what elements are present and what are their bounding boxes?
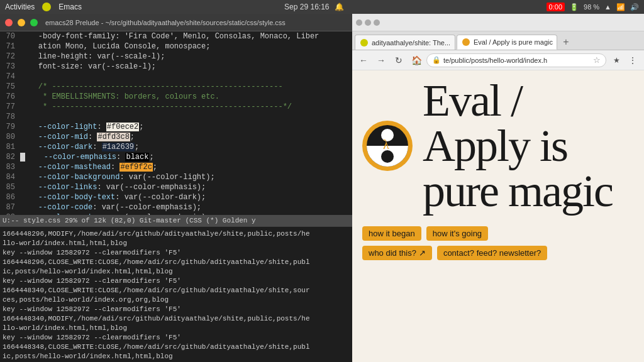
browser-chrome [352, 14, 644, 31]
who-did-this-link[interactable]: who did this? ↗ [362, 246, 432, 260]
code-line: 86 --color-body-text: var(--color-dark); [0, 192, 352, 202]
log-line: 1664448340,CLOSE_WRITE:CLOSE,/home/adi/s… [3, 286, 350, 295]
battery-icon: 🔋 [570, 3, 579, 11]
log-line: ces,posts/hello-world/index.org,org,blog [3, 295, 350, 305]
new-tab-button[interactable]: + [558, 35, 574, 50]
browser-close-button[interactable] [356, 19, 362, 26]
code-line: 79 --color-light: #f0ece2; [0, 122, 352, 132]
browser-content: λ Eval / Apply is pure magic how it bega… [352, 70, 644, 362]
notification-icon[interactable]: 🔔 [335, 3, 344, 11]
forward-button[interactable]: → [374, 53, 389, 68]
nav-extras: ★ ⋮ [609, 53, 640, 68]
log-line: 1664448296,MODIFY,/home/adi/src/github/a… [3, 229, 350, 239]
site-links: how it began how it's going who did this… [352, 221, 644, 265]
minimize-button[interactable] [18, 19, 25, 26]
top-bar-center: Sep 29 16:16 🔔 [284, 3, 343, 11]
browser-maximize-button[interactable] [374, 19, 380, 26]
log-line: key --window 12582972 --clearmodifiers '… [3, 305, 350, 314]
external-link-icon: ↗ [419, 248, 426, 258]
svg-point-2 [381, 150, 394, 163]
code-line: 82 --color-emphasis: black; [0, 152, 352, 162]
code-line: 72 line-height: var(--scale-l); [0, 52, 352, 62]
tab-bar: adityaathalye/shite: The... ✕ Eval / App… [352, 31, 644, 50]
code-line: 87 --color-code: var(--color-emphasis); [0, 202, 352, 212]
top-bar-left: Activities Emacs [5, 3, 82, 11]
top-bar: Activities Emacs Sep 29 16:16 🔔 0:00 🔋 9… [0, 0, 644, 14]
close-button[interactable] [5, 19, 13, 26]
emacs-icon [42, 3, 51, 11]
contact-link[interactable]: contact? feed? newsletter? [437, 246, 547, 260]
address-bar[interactable]: 🔒 te/public/posts/hello-world/index.h ☆ [426, 53, 606, 67]
log-line: 1664448340,MODIFY,/home/adi/src/github/a… [3, 314, 350, 324]
top-bar-right: 0:00 🔋 98 % ▲ 📶 🔊 [547, 3, 639, 11]
code-editor[interactable]: 70 -body-font-family: 'Fira Code', Menlo… [0, 31, 352, 215]
log-line: key --window 12582972 --clearmodifiers '… [3, 333, 350, 343]
site-title: Eval / Apply is pure magic [423, 78, 634, 214]
code-line: 74 [0, 72, 352, 82]
cursor [20, 153, 25, 162]
log-line: ic,posts/hello-world/index.html,html,blo… [3, 352, 350, 361]
code-line: 84 --color-background: var(--color-light… [0, 172, 352, 182]
code-line: 81 --color-dark: #1a2639; [0, 142, 352, 152]
code-line: 70 -body-font-family: 'Fira Code', Menlo… [0, 31, 352, 41]
log-line: ic,posts/hello-world/index.html,html,blo… [3, 267, 350, 277]
code-line: 75 /* ----------------------------------… [0, 82, 352, 92]
refresh-button[interactable]: ↻ [391, 53, 406, 68]
status-text: U:-- style.css 29% of 12k (82,0) Git-mas… [3, 217, 256, 224]
code-line: 77 * -----------------------------------… [0, 102, 352, 112]
code-line: 78 [0, 112, 352, 122]
tab-1[interactable]: adityaathalye/shite: The... ✕ [355, 35, 455, 50]
how-its-going-link[interactable]: how it's going [426, 226, 488, 241]
network-icon: ▲ [604, 3, 611, 11]
link-row-1: how it began how it's going [362, 226, 488, 241]
emacs-title: emacs28 Prelude - ~/src/github/adityaath… [45, 19, 286, 26]
code-line: 71 ation Mono, Lucida Console, monospace… [0, 41, 352, 52]
code-line: 85 --color-links: var(--color-emphasis); [0, 182, 352, 192]
how-it-began-link[interactable]: how it began [362, 226, 421, 241]
code-line: 76 * EMBELLISHMENTS: borders, colours et… [0, 92, 352, 102]
main-layout: emacs28 Prelude - ~/src/github/adityaath… [0, 14, 644, 362]
emacs-log-area[interactable]: 1664448296,MODIFY,/home/adi/src/github/a… [0, 226, 352, 362]
battery-time: 0:00 [547, 3, 565, 11]
bookmark-icon[interactable]: ☆ [593, 55, 601, 65]
code-line: 80 --color-mid: #dfd3c8; [0, 132, 352, 142]
browser-panel: adityaathalye/shite: The... ✕ Eval / App… [352, 14, 644, 362]
tab1-favicon [360, 39, 368, 47]
battery-pct: 98 % [584, 3, 599, 11]
emacs-status-bar: U:-- style.css 29% of 12k (82,0) Git-mas… [0, 215, 352, 226]
address-text: te/public/posts/hello-world/index.h [443, 57, 591, 64]
code-line: 83 --color-masthead: #ef9f2c; [0, 162, 352, 172]
bookmark-star-button[interactable]: ★ [609, 53, 624, 68]
tab2-label: Eval / Apply is pure magic [474, 38, 553, 46]
wifi-icon: 📶 [616, 3, 625, 11]
tab1-label: adityaathalye/shite: The... [372, 39, 450, 47]
logo-svg: λ [365, 124, 409, 168]
log-line: llo-world/index.html,html,blog [3, 324, 350, 333]
site-logo[interactable]: λ [362, 121, 413, 171]
log-line: key --window 12582972 --clearmodifiers '… [3, 248, 350, 258]
log-line: key --window 12582972 --clearmodifiers '… [3, 277, 350, 286]
website: λ Eval / Apply is pure magic how it bega… [352, 70, 644, 362]
browser-minimize-button[interactable] [365, 19, 371, 26]
emacs-label: Emacs [58, 3, 82, 11]
emacs-panel: emacs28 Prelude - ~/src/github/adityaath… [0, 14, 352, 362]
site-header: λ Eval / Apply is pure magic [352, 70, 644, 221]
who-did-this-label: who did this? [369, 248, 416, 258]
emacs-titlebar: emacs28 Prelude - ~/src/github/adityaath… [0, 14, 352, 31]
log-line: 1664448348,CLOSE_WRITE:CLOSE,/home/adi/s… [3, 343, 350, 352]
back-button[interactable]: ← [356, 53, 371, 68]
code-line: 73 font-size: var(--scale-l); [0, 62, 352, 72]
browser-nav-bar: ← → ↻ 🏠 🔒 te/public/posts/hello-world/in… [352, 50, 644, 70]
link-row-2: who did this? ↗ contact? feed? newslette… [362, 246, 547, 260]
maximize-button[interactable] [30, 19, 38, 26]
tab2-favicon [462, 38, 470, 46]
home-button[interactable]: 🏠 [409, 53, 424, 68]
datetime-label: Sep 29 16:16 [284, 3, 329, 11]
activities-button[interactable]: Activities [5, 3, 35, 11]
tab-2[interactable]: Eval / Apply is pure magic ✕ [457, 35, 557, 50]
log-line: llo-world/index.html,html,blog [3, 239, 350, 248]
log-line: 1664448296,CLOSE_WRITE:CLOSE,/home/adi/s… [3, 258, 350, 267]
sound-icon: 🔊 [630, 3, 639, 11]
svg-text:λ: λ [383, 138, 389, 151]
more-button[interactable]: ⋮ [625, 53, 640, 68]
